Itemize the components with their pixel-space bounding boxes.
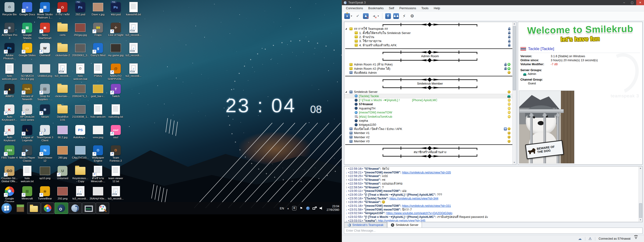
tree-user-row[interactable]: AquaringTH <box>344 106 516 110</box>
scroll-down-icon[interactable]: ▼ <box>512 161 516 164</box>
menu-help[interactable]: Help <box>431 6 443 10</box>
desktop-icon[interactable]: 292gay.jpg <box>72 22 89 37</box>
chat-link[interactable]: https://www.youtube.com/watch?v=OA2OGtG3… <box>386 212 452 215</box>
desktop-icon[interactable]: G↗การิน่า พลัส <box>54 2 71 16</box>
desktop-icon[interactable]: PSDPs292.psd <box>72 2 89 16</box>
desktop-icon[interactable]: gold_bar-i... <box>90 84 106 98</box>
desktop-icon[interactable]: 280.jpg <box>54 145 71 159</box>
mute-speakers-button[interactable]: ◄✕▼ <box>371 13 379 19</box>
expand-arrow-icon[interactable] <box>345 28 347 29</box>
titlebar[interactable]: TeamSpeak 3 – ▢ ✕ <box>342 0 644 5</box>
expand-arrow-icon[interactable] <box>345 91 347 93</box>
close-button[interactable]: ✕ <box>636 0 644 5</box>
menu-bookmarks[interactable]: Bookmarks <box>366 6 386 10</box>
desktop-icon[interactable]: K↗Auto Keyboard f... <box>1 104 18 121</box>
desktop-icon[interactable]: ◉↗TunnelBear <box>36 186 54 200</box>
tree-channel-row[interactable]: ✓ห้องติดต่อ Admin <box>344 71 516 75</box>
chat-scrollbar[interactable]: ▲ ▼ <box>638 167 642 222</box>
desktop-icon[interactable]: 66.2.jpg <box>54 125 71 139</box>
desktop-icon[interactable]: ▶↗Media Player Classic <box>19 145 36 162</box>
language-indicator[interactable]: EN <box>280 207 284 210</box>
desktop-icon[interactable]: W↗Overwolf <box>36 43 54 57</box>
chat-message-input[interactable] <box>344 228 642 234</box>
tree-user-row[interactable]: icepha <box>344 119 516 123</box>
desktop-icon[interactable]: team viewer 12.txt <box>107 166 124 183</box>
desktop-icon[interactable]: Keystrokes... - Copy <box>72 166 89 183</box>
tree-scrollbar-thumb[interactable] <box>513 26 516 90</box>
desktop-icon[interactable]: T↗Twitch <box>107 84 124 98</box>
tree-channel-row[interactable]: ✓Member #3 <box>344 139 516 143</box>
desktop-icon[interactable]: ≡↗Google Docs <box>19 2 36 16</box>
desktop-icon[interactable]: certs <box>54 22 71 37</box>
desktop-icon[interactable]: 21193008_1... <box>72 104 89 121</box>
tree-user-row[interactable]: [ท่อม] SmileKraTomKrub <box>344 114 516 119</box>
desktop-icon[interactable]: ✛↗Line of Sight <box>107 22 124 37</box>
tree-user-row[interactable]: [! \[Treat x Mochi ~♥\]ApisitL] ![Phone]… <box>344 98 516 102</box>
hotkeys-button[interactable]: ⚡ <box>401 13 407 19</box>
desktop-icon[interactable]: SO MUCH DELEX.jpg <box>19 63 36 81</box>
desktop-icon[interactable]: L↗League of Legends <box>19 125 36 142</box>
start-button[interactable] <box>2 203 12 213</box>
desktop-icon[interactable]: 99↗Fraps <box>90 22 106 37</box>
taskbar-paint-button[interactable] <box>96 203 109 214</box>
desktop-icon[interactable]: holo welcom.txt <box>19 166 36 183</box>
desktop-icon[interactable]: 20939061_3... <box>72 43 89 60</box>
server-banner[interactable]: Welcome to Smilekrub let's have fun <box>518 22 642 43</box>
chat-link[interactable]: https://smilekrub.net/pic/view?id=344 <box>390 197 438 200</box>
tree-user-row[interactable]: [Tackle] Tackle <box>344 94 516 98</box>
desktop-icon[interactable]: ⚙↗Wallpaper Engine <box>90 145 106 162</box>
desktop-icon[interactable]: )↗TeamSpeak 3 Client <box>36 125 54 142</box>
desktop-icon[interactable]: Dave x.jpg <box>90 2 106 16</box>
scroll-up-icon[interactable]: ▲ <box>512 22 516 25</box>
desktop-icon[interactable]: kawashi6.txt <box>125 2 142 16</box>
desktop-icon[interactable]: FBS↗FBS Trader 4 <box>1 145 18 159</box>
chat-log[interactable]: ↑ <22:59:16> "574nawat": จัดไป↓ <22:59:2… <box>344 166 642 222</box>
desktop-icon[interactable]: @↗NARUTO SHIPPUDE... <box>107 63 124 81</box>
desktop-icon[interactable]: ◉↗ACDSee Pro 3 <box>1 22 18 40</box>
scroll-down-icon[interactable]: ▼ <box>639 218 642 222</box>
desktop-icon[interactable]: ↗Google Chrome <box>1 186 18 203</box>
app-tray-icon[interactable] <box>306 207 310 210</box>
taskbar-clock[interactable]: 23:04 27/9/2560 <box>327 205 339 212</box>
tab-smilekrub-s-teamspeak[interactable]: Smilekrub's Teamspeak <box>344 222 387 228</box>
desktop-icon[interactable]: HoN↗Heroes of Newerth <box>19 84 36 101</box>
minimize-button[interactable]: – <box>620 0 628 5</box>
desktop-icon[interactable]: ♻Recycle Bin <box>1 2 18 16</box>
warning-icon[interactable]: ⚠ <box>588 237 592 241</box>
taskbar-teamspeak-button[interactable] <box>68 203 82 214</box>
desktop-icon[interactable]: ♪WAVts3_recordi... <box>125 22 142 37</box>
desktop-icon[interactable]: CApJ7rCU0... <box>72 145 89 159</box>
tab-smilekrub-server[interactable]: ASmilekrub Server <box>387 222 422 228</box>
desktop-icon[interactable]: osu!↗osu! <box>107 125 124 139</box>
desktop-icon[interactable]: ♪WAVts3_recordi... <box>107 186 124 200</box>
desktop-icon[interactable]: Untitled.png <box>36 63 54 78</box>
taskbar-file-explorer-button[interactable] <box>27 203 40 214</box>
desktop-icon[interactable]: sp10.png <box>36 166 54 180</box>
chat-link[interactable]: https://smilekrub.net/pic/view?id=335 <box>402 171 451 174</box>
mute-microphone-button[interactable]: ♟✕ <box>363 13 369 19</box>
desktop-icon[interactable]: my game.jpg <box>107 43 124 57</box>
desktop-icon[interactable]: PSDPsทอง.psd <box>107 2 124 16</box>
desktop-icon[interactable]: K↗Auto Keyboard <box>1 125 18 142</box>
desktop-icon[interactable]: DeathBot 3.91 <box>54 104 71 121</box>
maximize-button[interactable]: ▢ <box>628 0 636 5</box>
tree-channel-row[interactable]: ✓Smilekrub Server <box>344 90 516 94</box>
taskbar-chrome-button[interactable] <box>41 203 54 214</box>
tree-user-row[interactable]: 574nawat <box>344 102 516 106</box>
desktop-icon[interactable]: U↗Unturned <box>54 166 71 180</box>
server-chat-button[interactable]: ❡ <box>385 13 391 19</box>
desktop-icon[interactable]: ▭↗Google Slides <box>19 43 36 57</box>
menu-connections[interactable]: Connections <box>343 6 366 10</box>
desktop-icon[interactable]: holo welcom <box>90 104 106 119</box>
desktop-icon[interactable]: ♪WAVts3_recordi... <box>125 63 142 78</box>
taskbar-minecraft-button[interactable] <box>14 203 27 214</box>
desktop-icon[interactable]: holo welcom.json <box>1 63 18 81</box>
desktop-icon[interactable]: ▤↗Shop for Supplies - ... <box>36 84 54 101</box>
desktop-icon[interactable]: ◉↗Steam <box>36 104 54 119</box>
network-tray-icon[interactable] <box>312 207 317 210</box>
desktop-icon[interactable]: ▦↗Movie Studio Platinum 1... <box>36 2 54 19</box>
tray-expand-icon[interactable]: ▲ <box>287 207 289 210</box>
desktop-icon[interactable]: g↗Garry's Mod <box>90 43 106 57</box>
desktop-icon[interactable]: ♪WAVts3_recordi... <box>125 43 142 57</box>
desktop-icon[interactable]: ◉↗Nero StartSmart <box>36 22 54 40</box>
